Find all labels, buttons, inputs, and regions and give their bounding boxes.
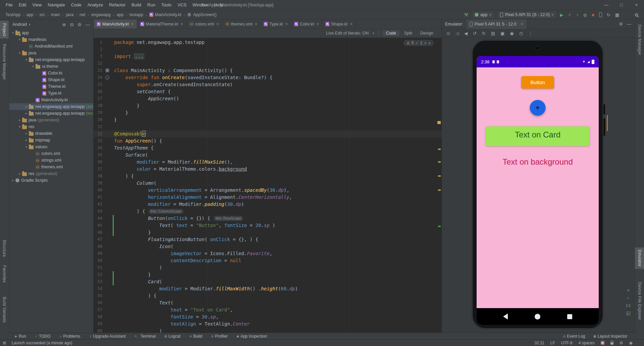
- sync-project-button[interactable]: ↻: [607, 13, 610, 17]
- rotate-right-button[interactable]: ↻: [482, 31, 486, 36]
- chevron-collapsed-icon[interactable]: ▸: [24, 103, 29, 110]
- breadcrumb-item[interactable]: java: [65, 12, 74, 17]
- tree-item-values[interactable]: ▾values: [9, 143, 93, 150]
- code-line[interactable]: 59 textAlign = TextAlign.Center: [94, 321, 441, 328]
- tree-item-color-kt[interactable]: Color.kt: [9, 70, 93, 76]
- code-line[interactable]: 52 }: [94, 271, 441, 278]
- collapse-all-icon[interactable]: ⊟: [70, 22, 73, 27]
- code-line[interactable]: 38 ) {: [94, 173, 441, 180]
- caret-position[interactable]: 32:11: [535, 341, 544, 345]
- mode-design[interactable]: Design: [417, 30, 437, 36]
- code-line[interactable]: 3import ...: [94, 53, 441, 60]
- chevron-collapsed-icon[interactable]: ▸: [24, 130, 29, 137]
- close-icon[interactable]: ×: [629, 0, 644, 10]
- notifications-icon[interactable]: ◉: [629, 341, 633, 345]
- sdk-manager-button[interactable]: ▦: [615, 13, 619, 17]
- next-issue-icon[interactable]: ∨: [428, 41, 431, 45]
- profile-button[interactable]: ◔: [576, 13, 579, 17]
- breadcrumb-item[interactable]: AppScreen(): [186, 12, 217, 17]
- debug-button[interactable]: ◍: [583, 13, 587, 17]
- code-line[interactable]: 39 Column(: [94, 180, 441, 187]
- editor-tab-mainactivity-kt[interactable]: MainActivity.kt×: [94, 19, 137, 28]
- close-icon[interactable]: ×: [316, 21, 319, 26]
- hide-panel-icon[interactable]: —: [627, 21, 631, 26]
- code-line[interactable]: 47 FloatingActionButton( onClick = {}, )…: [94, 236, 441, 243]
- code-line[interactable]: 48 Icon(: [94, 243, 441, 250]
- code-line[interactable]: 28 }: [94, 102, 441, 109]
- mode-code[interactable]: Code: [383, 30, 399, 36]
- gear-icon[interactable]: ⚙: [77, 22, 82, 27]
- live-edit-label[interactable]: Live Edit of literals: ON: [326, 31, 369, 36]
- chevron-expanded-icon[interactable]: ▾: [17, 36, 22, 43]
- tree-item-java[interactable]: ▾java: [9, 50, 93, 56]
- chevron-expanded-icon[interactable]: ▾: [31, 63, 36, 70]
- tree-item-ui-theme[interactable]: ▾ui.theme: [9, 63, 93, 70]
- editor-tab-colors-xml[interactable]: colors.xml×: [186, 19, 222, 28]
- snapshots-button[interactable]: ◷: [519, 31, 523, 36]
- code-line[interactable]: 35 Surface(: [94, 152, 441, 159]
- tool-window-button-app-inspection[interactable]: ◉App Inspection: [237, 334, 267, 339]
- close-icon[interactable]: ×: [180, 21, 183, 26]
- close-icon[interactable]: ×: [350, 21, 353, 26]
- folded-imports[interactable]: ...: [134, 53, 144, 59]
- menu-vcs[interactable]: VCS: [174, 0, 190, 10]
- editor-tab-shape-kt[interactable]: Shape.kt×: [322, 19, 356, 28]
- code-line[interactable]: 33fun AppScreen() {: [94, 137, 441, 145]
- code-line[interactable]: 54 modifier = Modifier.fillMaxWidth() .h…: [94, 285, 441, 292]
- tool-window-button-todo[interactable]: ✓TODO: [35, 334, 50, 339]
- editor-tab-themes-xml[interactable]: themes.xml×: [222, 19, 261, 28]
- tree-item-type-kt[interactable]: Type.kt: [9, 90, 93, 97]
- phone-screen[interactable]: 2:38 ▼ ◢ Button ♥ Text on C: [477, 56, 599, 325]
- code-line[interactable]: 32@Composable: [94, 130, 441, 137]
- tree-item-gradle-scripts[interactable]: ▸Gradle Scripts: [9, 177, 93, 184]
- tree-item-net-engawapg-app-testapp-androidtest-[interactable]: ▸net.engawapg.app.testapp (androidTest): [9, 103, 93, 110]
- stop-button[interactable]: ■: [592, 13, 594, 17]
- home-button[interactable]: [535, 314, 540, 320]
- breadcrumb-item[interactable]: app: [26, 12, 34, 17]
- breadcrumb-item[interactable]: testapp: [129, 12, 144, 17]
- tree-item-manifests[interactable]: ▾manifests: [9, 36, 93, 43]
- code-line[interactable]: 1package net.engawapg.app.testapp: [94, 39, 441, 46]
- chevron-expanded-icon[interactable]: ▾: [24, 143, 29, 150]
- tool-stripe-emulator[interactable]: Emulator: [635, 247, 644, 269]
- apply-changes-button[interactable]: ⚡: [568, 13, 571, 17]
- code-line[interactable]: 50 contentDescription = null: [94, 257, 441, 264]
- menu-edit[interactable]: Edit: [16, 0, 29, 10]
- class-gutter-icon[interactable]: C: [105, 68, 109, 72]
- code-line[interactable]: 40 verticalArrangement = Arrangement.spa…: [94, 187, 441, 194]
- tree-item-colors-xml[interactable]: colors.xml: [9, 150, 93, 157]
- tool-stripe-favorites[interactable]: Favorites: [0, 263, 9, 285]
- tree-item-app[interactable]: ▾app: [9, 30, 93, 36]
- tool-window-button-run[interactable]: ▶Run: [15, 334, 26, 339]
- back-button[interactable]: [503, 313, 508, 320]
- volume-up-button[interactable]: ◀: [464, 31, 468, 36]
- prev-issue-icon[interactable]: ∧: [424, 41, 426, 45]
- code-line[interactable]: 36 modifier = Modifier.fillMaxSize(),: [94, 159, 441, 166]
- editor-tab-color-kt[interactable]: Color.kt×: [291, 19, 322, 28]
- compose-button[interactable]: Button: [521, 76, 554, 89]
- tree-item-net-engawapg-app-testapp[interactable]: ▾net.engawapg.app.testapp: [9, 56, 93, 63]
- tool-stripe-resource-manager[interactable]: Resource Manager: [0, 42, 9, 82]
- code-line[interactable]: 23Cclass MainActivity : ComponentActivit…: [94, 67, 441, 74]
- chevron-expanded-icon[interactable]: ▾: [17, 50, 22, 56]
- breadcrumb-item[interactable]: net: [79, 12, 86, 17]
- favorite-fab[interactable]: ♥: [530, 100, 546, 116]
- hide-panel-icon[interactable]: —: [86, 22, 90, 27]
- code-line[interactable]: 49 imageVector = Icons.Filled.Favorite,: [94, 250, 441, 257]
- code-line[interactable]: 41 horizontalAlignment = Alignment.Cente…: [94, 194, 441, 201]
- volume-down-button[interactable]: ◁: [455, 31, 459, 36]
- device-manager-button[interactable]: [599, 12, 602, 17]
- error-stripe[interactable]: [437, 38, 441, 333]
- chevron-collapsed-icon[interactable]: ▸: [10, 177, 15, 184]
- gear-icon[interactable]: ⚙: [619, 21, 623, 26]
- lock-icon[interactable]: [610, 342, 613, 345]
- tool-stripe-structure[interactable]: Structure: [0, 237, 9, 259]
- line-ending[interactable]: LF: [550, 341, 555, 345]
- tree-item-androidmanifest-xml[interactable]: AndroidManifest.xml: [9, 43, 93, 50]
- indent-setting[interactable]: 4 spaces: [579, 341, 595, 345]
- run-config-selector[interactable]: app ▾: [473, 12, 493, 18]
- tool-window-button-logcat[interactable]: ▤Logcat: [165, 334, 180, 339]
- tool-window-button-layout-inspector[interactable]: ▦Layout Inspector: [594, 334, 627, 339]
- tree-item-mainactivity-kt[interactable]: MainActivity.kt: [9, 97, 93, 103]
- tool-stripe-build-variants[interactable]: Build Variants: [0, 294, 9, 325]
